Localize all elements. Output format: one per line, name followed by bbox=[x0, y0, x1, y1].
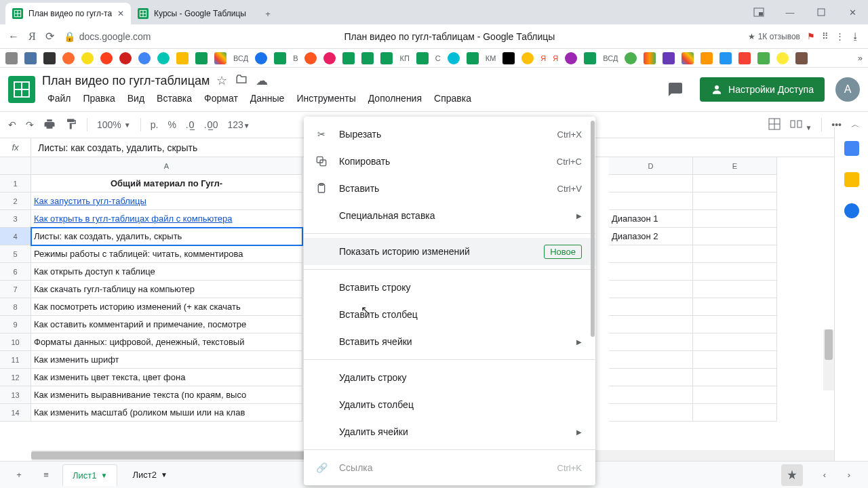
reload-icon[interactable]: ⟳ bbox=[45, 30, 54, 43]
minimize-icon[interactable]: — bbox=[774, 0, 806, 24]
bookmark-text[interactable]: ВСД bbox=[233, 54, 248, 62]
cell[interactable] bbox=[609, 369, 693, 386]
bookmark-icon[interactable] bbox=[682, 52, 694, 64]
cell[interactable]: Диапазон 1 bbox=[609, 210, 693, 228]
row-header[interactable]: 13 bbox=[0, 386, 31, 404]
bookmark-overflow-icon[interactable]: » bbox=[858, 53, 863, 63]
tasks-icon[interactable] bbox=[844, 203, 859, 218]
currency-button[interactable]: р. bbox=[151, 119, 159, 130]
menu-вид[interactable]: Вид bbox=[122, 90, 150, 106]
select-all-corner[interactable] bbox=[0, 157, 31, 175]
bookmark-icon[interactable] bbox=[719, 52, 732, 64]
browser-tab-active[interactable]: План видео по гугл-та ✕ bbox=[5, 3, 131, 24]
bookmark-icon[interactable] bbox=[195, 52, 208, 64]
cell[interactable] bbox=[609, 298, 693, 316]
cell[interactable]: Как изменить масштаб (роликом мыши или н… bbox=[31, 404, 302, 422]
bookmark-text[interactable]: С bbox=[435, 54, 441, 62]
cell[interactable]: Как изменить шрифт bbox=[31, 351, 302, 369]
cell[interactable] bbox=[693, 404, 777, 422]
cell[interactable]: Как изменить выравнивание текста (по кра… bbox=[31, 386, 302, 404]
cell[interactable] bbox=[609, 175, 693, 192]
bookmark-icon[interactable] bbox=[119, 52, 132, 64]
cell[interactable] bbox=[693, 210, 777, 228]
menu-файл[interactable]: Файл bbox=[42, 90, 76, 106]
paint-format-icon[interactable] bbox=[65, 118, 77, 132]
row-header[interactable]: 9 bbox=[0, 316, 31, 333]
star-icon[interactable]: ☆ bbox=[216, 73, 227, 89]
cell[interactable] bbox=[609, 333, 693, 351]
cell[interactable] bbox=[609, 281, 693, 298]
row-header[interactable]: 7 bbox=[0, 281, 31, 298]
cell[interactable]: Как скачать гугл-таблицу на компьютер bbox=[31, 281, 302, 298]
extensions-icon[interactable]: ⋮ bbox=[835, 31, 844, 41]
bookmark-text[interactable]: Я bbox=[540, 54, 546, 62]
chevron-down-icon[interactable]: ▼ bbox=[100, 472, 107, 479]
cell[interactable]: Режимы работы с таблицей: читать, коммен… bbox=[31, 245, 302, 263]
share-button[interactable]: Настройки Доступа bbox=[700, 77, 825, 102]
bookmark-icon[interactable] bbox=[5, 52, 18, 64]
cm-paste[interactable]: Вставить Ctrl+V bbox=[304, 175, 595, 202]
bookmark-icon[interactable] bbox=[738, 52, 751, 64]
bookmark-icon[interactable] bbox=[521, 52, 534, 64]
bookmark-icon[interactable] bbox=[776, 52, 789, 64]
bookmark-icon[interactable] bbox=[157, 52, 170, 64]
bookmark-icon[interactable] bbox=[255, 52, 267, 64]
cell[interactable]: Как открыть доступ к таблице bbox=[31, 263, 302, 281]
row-header[interactable]: 6 bbox=[0, 263, 31, 281]
download-icon[interactable]: ⭳ bbox=[851, 31, 860, 41]
cloud-icon[interactable]: ☁ bbox=[256, 73, 268, 89]
cm-insert-row[interactable]: Вставить строку bbox=[304, 274, 595, 301]
row-header[interactable]: 8 bbox=[0, 298, 31, 316]
cell[interactable] bbox=[693, 386, 777, 404]
print-icon[interactable] bbox=[43, 118, 56, 132]
cell[interactable]: Как открыть в гугл-таблицах файл с компь… bbox=[31, 210, 302, 228]
cell[interactable]: Листы: как создать, удалить, скрыть bbox=[31, 228, 302, 245]
cm-delete-cells[interactable]: Удалить ячейки ▶ bbox=[304, 418, 595, 445]
row-header[interactable]: 1 bbox=[0, 175, 31, 192]
cell[interactable] bbox=[693, 351, 777, 369]
bookmark-icon[interactable] bbox=[795, 52, 808, 64]
column-header-d[interactable]: D bbox=[609, 157, 693, 175]
move-icon[interactable] bbox=[235, 73, 248, 89]
bookmark-icon[interactable] bbox=[625, 52, 637, 64]
merge-icon[interactable]: ▼ bbox=[790, 118, 812, 132]
row-header[interactable]: 5 bbox=[0, 245, 31, 263]
menu-инструменты[interactable]: Инструменты bbox=[291, 90, 361, 106]
cell[interactable]: Как оставить комментарий и примечание, п… bbox=[31, 316, 302, 333]
comment-history-icon[interactable] bbox=[662, 76, 689, 103]
bookmark-icon[interactable] bbox=[176, 52, 189, 64]
cm-show-edit-history[interactable]: Показать историю изменений Новое bbox=[304, 238, 595, 265]
chevron-down-icon[interactable]: ▼ bbox=[161, 471, 167, 479]
sheet-tab-2[interactable]: Лист2 ▼ bbox=[123, 464, 176, 486]
redo-icon[interactable]: ↷ bbox=[26, 119, 34, 130]
menu-дополнения[interactable]: Дополнения bbox=[363, 90, 427, 106]
bookmark-icon[interactable] bbox=[214, 52, 226, 64]
bookmark-text[interactable]: КП bbox=[399, 54, 409, 62]
cell[interactable] bbox=[609, 351, 693, 369]
cell[interactable]: Форматы данных: цифровой, денежный, текс… bbox=[31, 333, 302, 351]
row-header[interactable]: 4 bbox=[0, 228, 31, 245]
bookmark-icon[interactable] bbox=[701, 52, 713, 64]
cm-paste-special[interactable]: Специальная вставка ▶ bbox=[304, 202, 595, 229]
bookmark-icon[interactable] bbox=[323, 52, 336, 64]
cell[interactable] bbox=[609, 316, 693, 333]
row-header[interactable]: 2 bbox=[0, 192, 31, 210]
cell[interactable] bbox=[693, 333, 777, 351]
column-header-e[interactable]: E bbox=[693, 157, 777, 175]
cell[interactable] bbox=[693, 245, 777, 263]
context-menu-scrollbar[interactable] bbox=[590, 121, 595, 481]
pip-icon[interactable] bbox=[743, 0, 774, 24]
cell[interactable] bbox=[693, 192, 777, 210]
cell[interactable] bbox=[609, 245, 693, 263]
cell[interactable] bbox=[609, 192, 693, 210]
menu-справка[interactable]: Справка bbox=[429, 90, 477, 106]
sheet-tab-1[interactable]: Лист1 ▼ bbox=[62, 464, 117, 486]
bookmark-flag-icon[interactable]: ⚑ bbox=[807, 31, 815, 41]
bookmark-icon[interactable] bbox=[467, 52, 479, 64]
menu-правка[interactable]: Правка bbox=[77, 90, 120, 106]
bookmark-icon[interactable] bbox=[62, 52, 75, 64]
keep-icon[interactable] bbox=[844, 172, 859, 187]
cm-copy[interactable]: Копировать Ctrl+C bbox=[304, 148, 595, 175]
bookmark-icon[interactable] bbox=[644, 52, 656, 64]
row-header[interactable]: 3 bbox=[0, 210, 31, 228]
